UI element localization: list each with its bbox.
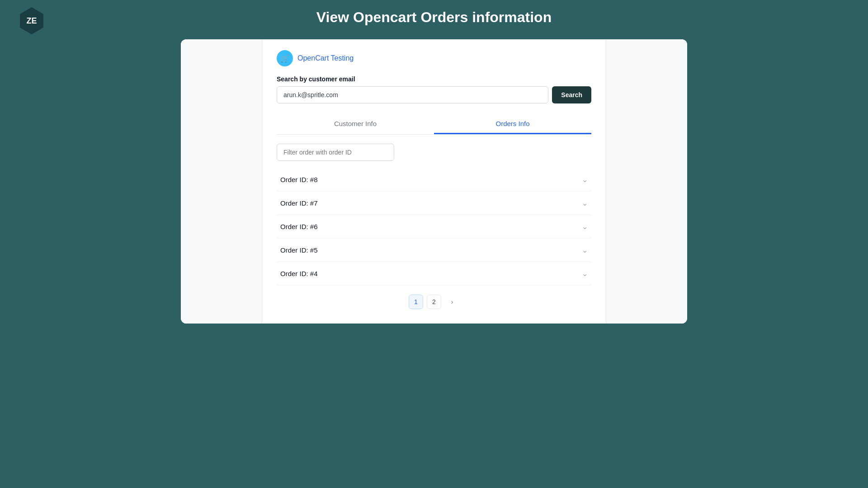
tabs-container: Customer Info Orders Info	[277, 114, 591, 135]
order-id-7: Order ID: #7	[280, 199, 318, 207]
page-btn-2[interactable]: 2	[427, 295, 441, 309]
left-panel	[181, 39, 262, 324]
logo-text: ZE	[26, 16, 37, 26]
cart-icon: 🛒	[280, 54, 289, 63]
app-header: 🛒 OpenCart Testing	[277, 50, 591, 66]
tab-orders-info[interactable]: Orders Info	[434, 114, 591, 134]
right-panel	[606, 39, 687, 324]
order-id-8: Order ID: #8	[280, 176, 318, 183]
order-item-5[interactable]: Order ID: #5 ⌄	[277, 239, 591, 262]
chevron-down-icon-8: ⌄	[582, 175, 588, 184]
search-button[interactable]: Search	[552, 86, 591, 103]
tab-customer-info[interactable]: Customer Info	[277, 114, 434, 134]
chevron-down-icon-4: ⌄	[582, 269, 588, 278]
chevron-down-icon-6: ⌄	[582, 222, 588, 231]
pagination: 1 2 ›	[277, 286, 591, 313]
order-id-4: Order ID: #4	[280, 270, 318, 277]
search-input[interactable]	[277, 86, 548, 103]
app-icon: 🛒	[277, 50, 293, 66]
page-header: ZE View Opencart Orders information	[0, 0, 868, 35]
logo: ZE	[18, 7, 45, 34]
orders-list: Order ID: #8 ⌄ Order ID: #7 ⌄ Order ID: …	[277, 168, 591, 286]
order-id-6: Order ID: #6	[280, 223, 318, 230]
chevron-down-icon-5: ⌄	[582, 246, 588, 254]
main-content: 🛒 OpenCart Testing Search by customer em…	[181, 39, 687, 324]
search-label: Search by customer email	[277, 75, 591, 83]
page-btn-1[interactable]: 1	[409, 295, 423, 309]
center-panel: 🛒 OpenCart Testing Search by customer em…	[262, 39, 606, 324]
order-item-7[interactable]: Order ID: #7 ⌄	[277, 192, 591, 215]
page-title: View Opencart Orders information	[316, 9, 552, 26]
search-row: Search	[277, 86, 591, 103]
order-item-8[interactable]: Order ID: #8 ⌄	[277, 168, 591, 192]
order-item-4[interactable]: Order ID: #4 ⌄	[277, 262, 591, 286]
app-name: OpenCart Testing	[297, 54, 354, 62]
order-item-6[interactable]: Order ID: #6 ⌄	[277, 215, 591, 239]
filter-order-input[interactable]	[277, 144, 394, 161]
chevron-down-icon-7: ⌄	[582, 199, 588, 207]
page-next-btn[interactable]: ›	[445, 295, 459, 309]
order-id-5: Order ID: #5	[280, 246, 318, 254]
